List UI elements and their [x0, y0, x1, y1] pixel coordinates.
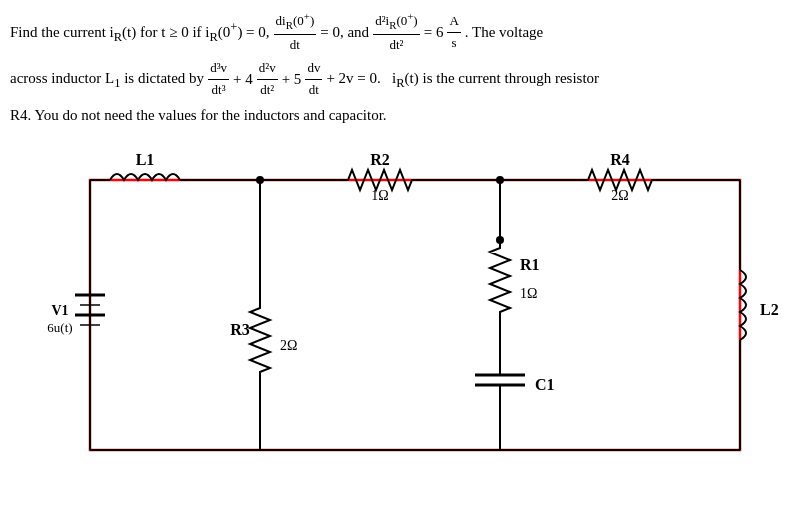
inductor-text: across inductor L1 is dictated by	[10, 66, 204, 93]
plus5: + 5	[282, 67, 302, 91]
R3-val: 2Ω	[280, 338, 297, 353]
equation-line1: Find the current iR(t) for t ≥ 0 if iR(0…	[10, 8, 801, 56]
frac2: d²iR(0+) dt²	[373, 8, 420, 56]
end-text: . The voltage	[465, 20, 543, 44]
svg-rect-0	[90, 180, 740, 450]
eq1-text: = 0, and	[320, 20, 369, 44]
R2-label: R2	[370, 151, 390, 168]
V1-label: V1	[51, 303, 68, 318]
frac6: dv dt	[305, 58, 322, 101]
frac5: d²v dt²	[257, 58, 278, 101]
circuit-diagram: L1 R2 1Ω R4 2Ω L2	[30, 140, 780, 500]
eq2-text: = 6	[424, 20, 444, 44]
C1-label: C1	[535, 376, 555, 393]
frac4: d³v dt³	[208, 58, 229, 101]
R1-label: R1	[520, 256, 540, 273]
find-text: Find the current iR(t) for t ≥ 0 if iR(0…	[10, 17, 270, 47]
L2-label: L2	[760, 301, 779, 318]
frac3: A s	[447, 11, 460, 54]
frac1: diR(0+) dt	[274, 8, 317, 56]
R4-label: R4	[610, 151, 630, 168]
R2-val: 1Ω	[371, 188, 388, 203]
equation-line3: R4. You do not need the values for the i…	[10, 103, 801, 127]
R3-label: R3	[230, 321, 250, 338]
R1-val: 1Ω	[520, 286, 537, 301]
equation-line2: across inductor L1 is dictated by d³v dt…	[10, 58, 801, 101]
L1-label: L1	[136, 151, 155, 168]
plus2v: + 2v = 0. iR(t) is the current through r…	[326, 66, 599, 93]
circuit-svg: L1 R2 1Ω R4 2Ω L2	[30, 140, 780, 500]
R4-val: 2Ω	[611, 188, 628, 203]
problem-text: Find the current iR(t) for t ≥ 0 if iR(0…	[10, 8, 801, 129]
r4-text: R4. You do not need the values for the i…	[10, 103, 387, 127]
plus4: + 4	[233, 67, 253, 91]
V1-val: 6u(t)	[47, 320, 72, 335]
